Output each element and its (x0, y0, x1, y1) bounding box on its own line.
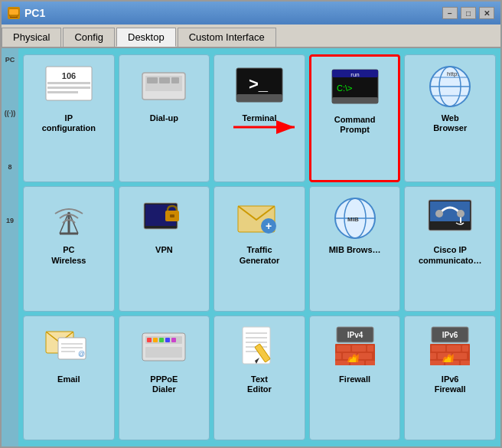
svg-rect-46 (430, 201, 470, 221)
title-bar: PC1 − □ ✕ (2, 2, 500, 25)
svg-rect-92 (453, 353, 467, 359)
svg-text:IPv6: IPv6 (442, 331, 458, 339)
svg-rect-10 (47, 91, 78, 93)
svg-rect-23 (332, 97, 378, 103)
svg-rect-87 (432, 345, 445, 352)
svg-rect-88 (447, 345, 461, 352)
svg-rect-93 (430, 361, 444, 365)
svg-rect-15 (171, 77, 179, 83)
ipv6-firewall-icon[interactable]: IPv6 (404, 316, 496, 440)
mib-browser-icon[interactable]: MIB MIB Brows… (309, 186, 401, 311)
svg-rect-76 (352, 345, 366, 352)
svg-rect-63 (145, 347, 182, 358)
svg-text:MIB: MIB (347, 216, 359, 223)
svg-rect-62 (171, 338, 176, 342)
web-browser-icon[interactable]: http: WebBrowser (404, 54, 496, 182)
dialup-icon[interactable]: Dial-up (119, 54, 210, 182)
maximize-button[interactable]: □ (461, 7, 476, 19)
window-title: PC1 (24, 7, 45, 19)
svg-rect-77 (367, 345, 373, 352)
svg-rect-58 (147, 338, 152, 342)
text-editor-icon[interactable]: TextEditor (214, 316, 305, 440)
tab-desktop[interactable]: Desktop (116, 28, 176, 47)
svg-text:+: + (266, 220, 272, 232)
email-icon[interactable]: @ Email (23, 316, 115, 440)
svg-rect-9 (47, 87, 90, 89)
svg-point-47 (435, 210, 443, 217)
svg-rect-90 (430, 353, 436, 359)
svg-text:>_: >_ (249, 74, 269, 93)
left-panel: PC ((·)) 8 19 (2, 48, 18, 446)
svg-rect-37 (170, 214, 174, 217)
minimize-button[interactable]: − (442, 7, 458, 19)
pppoe-icon[interactable]: PPPoEDialer (119, 316, 210, 440)
svg-rect-1 (9, 9, 18, 15)
cisco-ip-icon[interactable]: Cisco IPcommunicato… (404, 186, 496, 311)
vpn-icon[interactable]: VPN (119, 186, 210, 311)
icons-grid: 106 IPconfigu­ration (2, 48, 500, 446)
svg-rect-83 (366, 361, 375, 365)
app-icon-small (8, 7, 20, 19)
pc-wireless-icon[interactable]: PCWireless (23, 186, 115, 311)
svg-rect-89 (462, 345, 468, 352)
svg-rect-18 (236, 94, 282, 102)
svg-rect-61 (165, 338, 170, 342)
svg-text:@: @ (78, 350, 85, 358)
svg-rect-75 (337, 345, 350, 352)
content-area: PC ((·)) 8 19 106 (2, 48, 500, 446)
svg-text:106: 106 (62, 71, 76, 80)
svg-text:C:\>: C:\> (337, 83, 352, 93)
svg-rect-81 (335, 361, 349, 365)
close-button[interactable]: ✕ (479, 7, 494, 19)
title-bar-left: PC1 (8, 7, 45, 19)
ip-config-icon[interactable]: 106 IPconfigu­ration (23, 54, 115, 182)
svg-text:http:: http: (447, 70, 459, 77)
command-prompt-icon[interactable]: run C:\> CommandPrompt (309, 54, 401, 182)
tab-physical[interactable]: Physical (2, 28, 61, 47)
svg-rect-8 (47, 82, 90, 84)
firewall-icon[interactable]: IPv4 (309, 316, 401, 440)
window-controls: − □ ✕ (442, 7, 494, 19)
svg-text:run: run (350, 71, 360, 78)
svg-rect-3 (10, 17, 18, 18)
svg-rect-13 (147, 77, 158, 83)
terminal-icon[interactable]: >_ Terminal (214, 54, 305, 182)
svg-rect-78 (335, 353, 341, 359)
traffic-gen-icon[interactable]: + TrafficGenerator (214, 186, 305, 311)
svg-rect-14 (159, 77, 170, 83)
tab-custom-interface[interactable]: Custom Interface (178, 28, 276, 47)
svg-rect-80 (358, 353, 372, 359)
tab-config[interactable]: Config (63, 28, 115, 47)
window: PC1 − □ ✕ Physical Config Desktop Custom… (0, 0, 502, 448)
tab-bar: Physical Config Desktop Custom Interface (2, 25, 500, 48)
svg-rect-59 (153, 338, 158, 342)
svg-rect-95 (461, 361, 470, 365)
svg-point-48 (457, 210, 465, 217)
svg-rect-60 (159, 338, 164, 342)
svg-text:IPv4: IPv4 (347, 331, 363, 339)
